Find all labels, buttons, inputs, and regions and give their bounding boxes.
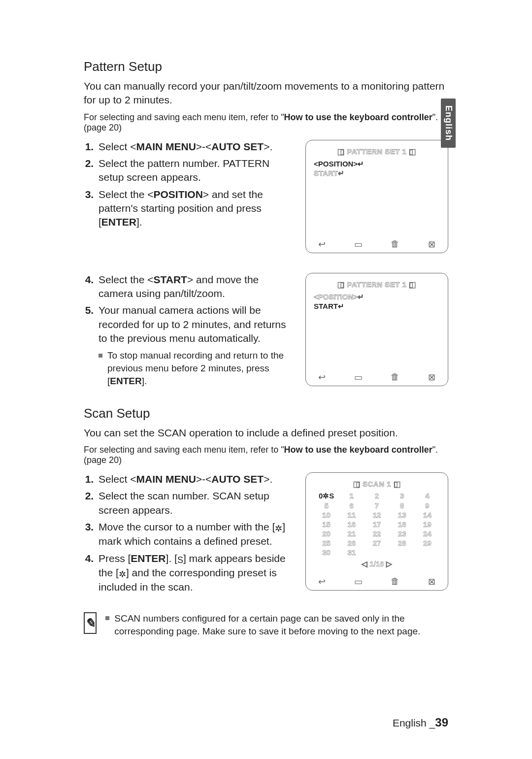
manual-page: English Pattern Setup You can manually r… xyxy=(0,0,532,759)
scan-cell: 24 xyxy=(415,529,440,538)
scan-cell: 9 xyxy=(415,501,440,510)
scan-setup-heading: Scan Setup xyxy=(84,406,448,421)
scan-cell: 25 xyxy=(314,539,339,547)
scan-step-2: Select the scan number. SCAN setup scree… xyxy=(97,489,296,517)
scan-cell: 3 xyxy=(390,492,415,500)
scan-step-3: Move the cursor to a number with the [✲]… xyxy=(97,520,296,549)
close-icon: ⊠ xyxy=(427,576,437,585)
step-1: Select <MAIN MENU>-<AUTO SET>. xyxy=(97,140,296,154)
scan-cell: 1 xyxy=(339,492,364,500)
step-3: Select the <POSITION> and set the patter… xyxy=(97,188,296,230)
page-footer: English _39 xyxy=(393,716,448,729)
osd-icon-row: ↩ ▭ 🗑 ⊠ xyxy=(314,372,440,381)
scan-step-1: Select <MAIN MENU>-<AUTO SET>. xyxy=(97,472,296,486)
scan-cell: 5 xyxy=(314,501,339,510)
scan-cell: 19 xyxy=(415,520,440,528)
back-icon: ↩ xyxy=(317,576,327,585)
osd-scan: ◧ SCAN 1 ◨ 0✲S12345678910111213141516171… xyxy=(305,472,448,591)
scan-cell: 0✲S xyxy=(314,492,339,500)
scan-cell: 18 xyxy=(390,520,415,528)
pattern-setup-intro: You can manually record your pan/tilt/zo… xyxy=(84,79,448,107)
pattern-steps-a: Select <MAIN MENU>-<AUTO SET>. Select th… xyxy=(84,140,296,230)
scan-cell: 4 xyxy=(415,492,440,500)
language-tab: English xyxy=(441,99,456,148)
osd-title: ◧ PATTERN SET 1 ◨ xyxy=(314,147,440,156)
scan-cell: 30 xyxy=(314,548,339,557)
scan-cell: 6 xyxy=(339,501,364,510)
scan-cell: 15 xyxy=(314,520,339,528)
scan-cell: 7 xyxy=(364,501,389,510)
scan-cell: 31 xyxy=(339,548,364,557)
osd-pattern-2: ◧ PATTERN SET 1 ◨ <POSITION>↵ START↵ ↩ ▭… xyxy=(305,273,448,386)
save-icon: ▭ xyxy=(354,372,364,381)
close-icon: ⊠ xyxy=(427,239,437,248)
scan-block: Select <MAIN MENU>-<AUTO SET>. Select th… xyxy=(84,472,448,605)
osd-line-start: START↵ xyxy=(314,301,440,311)
delete-icon: 🗑 xyxy=(390,239,400,248)
pattern-setup-heading: Pattern Setup xyxy=(84,59,448,74)
note-icon: ✎ xyxy=(84,612,97,634)
scan-cell: 10 xyxy=(314,511,339,519)
osd-title: ◧ SCAN 1 ◨ xyxy=(314,480,440,489)
osd-icon-row: ↩ ▭ 🗑 ⊠ xyxy=(314,576,440,585)
scan-cell: 17 xyxy=(364,520,389,528)
scan-cell: 8 xyxy=(390,501,415,510)
scan-setup-intro: You can set the SCAN operation to includ… xyxy=(84,426,448,440)
osd-line-start: START↵ xyxy=(314,168,440,178)
pattern-steps-b: Select the <START> and move the camera u… xyxy=(84,273,296,388)
step-5-note: To stop manual recording and return to t… xyxy=(99,349,296,387)
osd-line-position: <POSITION>↵ xyxy=(314,159,440,169)
pattern-block-a: Select <MAIN MENU>-<AUTO SET>. Select th… xyxy=(84,140,448,268)
scan-page-indicator: ◁ 1/16 ▷ xyxy=(362,560,392,568)
back-icon: ↩ xyxy=(317,372,327,381)
step-4: Select the <START> and move the camera u… xyxy=(97,273,296,301)
scan-cell: 22 xyxy=(364,529,389,538)
scan-cell: 11 xyxy=(339,511,364,519)
scan-cell: 20 xyxy=(314,529,339,538)
preset-mark-icon: ✲ xyxy=(119,568,126,580)
s-mark-icon: S xyxy=(177,554,183,566)
scan-cell: 16 xyxy=(339,520,364,528)
delete-icon: 🗑 xyxy=(390,576,400,585)
scan-cell: 29 xyxy=(415,539,440,547)
pattern-block-b: Select the <START> and move the camera u… xyxy=(84,273,448,401)
delete-icon: 🗑 xyxy=(390,372,400,381)
pattern-setup-subnote: For selecting and saving each menu item,… xyxy=(84,112,448,133)
scan-cell: 26 xyxy=(339,539,364,547)
scan-cell: 27 xyxy=(364,539,389,547)
close-icon: ⊠ xyxy=(427,372,437,381)
scan-step-4: Press [ENTER]. [S] mark appears beside t… xyxy=(97,552,296,594)
step-5: Your manual camera actions will be recor… xyxy=(97,303,296,387)
scan-steps: Select <MAIN MENU>-<AUTO SET>. Select th… xyxy=(84,472,296,594)
save-icon: ▭ xyxy=(354,576,364,585)
back-icon: ↩ xyxy=(317,239,327,248)
scan-cell: 13 xyxy=(390,511,415,519)
step-2: Select the pattern number. PATTERN setup… xyxy=(97,157,296,185)
osd-line-position: <POSITION>↵ xyxy=(314,292,440,302)
osd-title: ◧ PATTERN SET 1 ◨ xyxy=(314,280,440,289)
scan-cell: 23 xyxy=(390,529,415,538)
note-text: SCAN numbers configured for a certain pa… xyxy=(105,612,448,637)
scan-cell: 2 xyxy=(364,492,389,500)
scan-cell: 12 xyxy=(364,511,389,519)
scan-cell: 14 xyxy=(415,511,440,519)
scan-cell: 28 xyxy=(390,539,415,547)
osd-icon-row: ↩ ▭ 🗑 ⊠ xyxy=(314,239,440,248)
osd-pattern-1: ◧ PATTERN SET 1 ◨ <POSITION>↵ START↵ ↩ ▭… xyxy=(305,140,448,253)
scan-cell: 21 xyxy=(339,529,364,538)
scan-setup-subnote: For selecting and saving each menu item,… xyxy=(84,445,448,465)
scan-number-grid: 0✲S1234567891011121314151617181920212223… xyxy=(314,492,440,557)
preset-mark-icon: ✲ xyxy=(275,523,282,534)
note-block: ✎ SCAN numbers configured for a certain … xyxy=(84,612,448,637)
save-icon: ▭ xyxy=(354,239,364,248)
